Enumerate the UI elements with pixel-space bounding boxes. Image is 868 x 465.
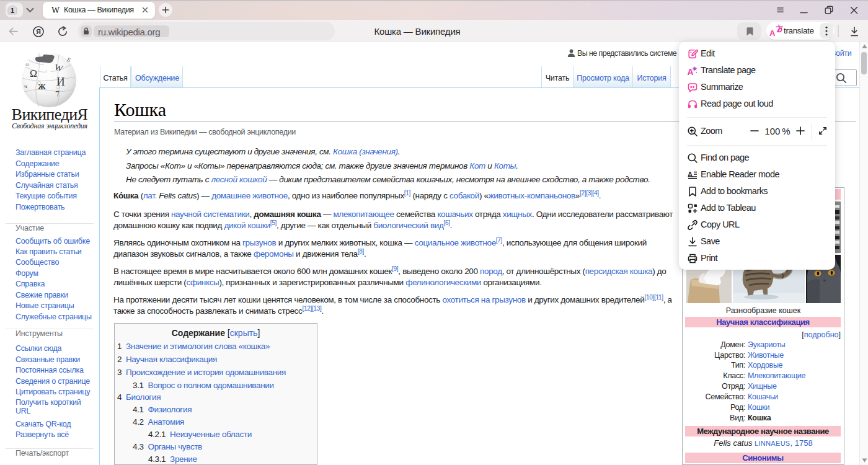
svg-text:A: A: [688, 67, 694, 77]
